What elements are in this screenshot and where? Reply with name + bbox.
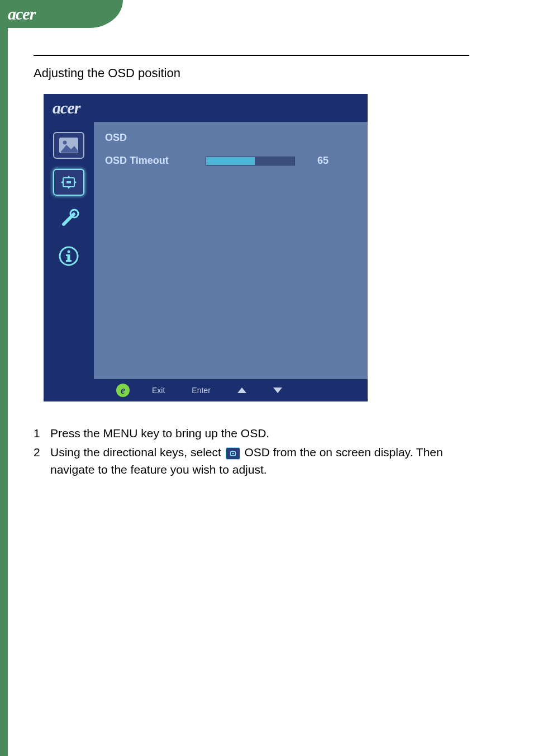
instructions-list: 1 Press the MENU key to bring up the OSD… [34,425,469,480]
osd-position-tab[interactable] [53,169,84,196]
osd-timeout-slider-fill [206,157,255,165]
page-title: Adjusting the OSD position [34,66,180,81]
instruction-number: 2 [34,444,50,478]
svg-point-1 [63,141,67,145]
svg-rect-11 [232,453,234,454]
up-button[interactable] [237,388,246,393]
settings-tab[interactable] [53,206,84,233]
instruction-text: Press the MENU key to bring up the OSD. [50,425,469,442]
info-icon [58,245,80,267]
osd-main-area: OSD OSD Timeout 65 [94,122,368,379]
osd-timeout-value: 65 [317,155,329,167]
osd-timeout-label: OSD Timeout [105,155,206,167]
osd-sidebar [44,122,94,379]
osd-heading: OSD [94,122,368,144]
picture-icon [59,137,79,154]
info-tab[interactable] [53,243,84,270]
brand-logo: acer [8,4,35,23]
osd-brand-logo: acer [53,98,80,117]
picture-tab[interactable] [53,132,84,159]
osd-timeout-row[interactable]: OSD Timeout 65 [94,144,368,167]
svg-rect-8 [66,254,69,256]
instruction-item: 2 Using the directional keys, select OSD… [34,444,469,478]
side-strip [0,27,8,756]
osd-panel: acer [44,94,368,401]
svg-point-6 [68,251,70,253]
svg-rect-3 [66,181,71,183]
instruction-text: Using the directional keys, select OSD f… [50,444,469,478]
empowering-button[interactable]: e [116,384,130,397]
osd-position-icon [58,173,80,191]
down-button[interactable] [273,388,282,393]
exit-button[interactable]: Exit [152,386,165,395]
settings-icon [57,207,80,231]
osd-timeout-slider[interactable] [206,157,295,166]
instruction-number: 1 [34,425,50,442]
divider [34,55,469,56]
instruction-item: 1 Press the MENU key to bring up the OSD… [34,425,469,442]
arrow-down-icon [273,388,282,393]
osd-position-inline-icon [226,447,240,460]
osd-footer: e Exit Enter [94,379,368,401]
arrow-up-icon [237,388,246,393]
enter-button[interactable]: Enter [192,386,210,395]
svg-rect-9 [66,260,72,262]
